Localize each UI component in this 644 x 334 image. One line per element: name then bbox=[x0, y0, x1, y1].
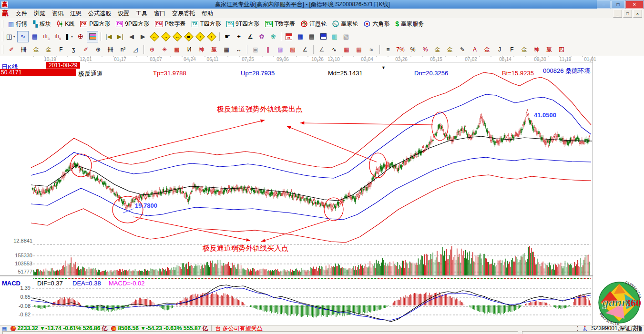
toolbar-button-赢家轮[interactable]: Big赢家轮 bbox=[329, 19, 361, 29]
save-icon[interactable] bbox=[318, 31, 328, 42]
bars-9-icon[interactable]: ılı9 bbox=[52, 31, 63, 42]
menu-item-设置[interactable]: 设置 bbox=[114, 9, 133, 19]
angle-tool-icon[interactable]: ∡ bbox=[245, 31, 256, 42]
toolbar-button-K线[interactable]: K线 bbox=[54, 19, 77, 29]
draw-tool-42[interactable]: J bbox=[495, 45, 504, 54]
draw-tool-8[interactable]: 卌 bbox=[106, 45, 115, 54]
draw-tool-16[interactable]: 神 bbox=[197, 45, 206, 54]
period-selector-icon[interactable]: ◫▼ bbox=[6, 31, 16, 42]
draw-tool-33[interactable]: ≡ bbox=[383, 45, 393, 54]
menu-item-交易委托[interactable]: 交易委托 bbox=[169, 9, 198, 19]
shrink-h-icon[interactable]: ⇄ bbox=[184, 31, 194, 42]
draw-tool-12[interactable]: ⊕ bbox=[147, 45, 157, 54]
bars-3-icon[interactable]: ılı3 bbox=[41, 31, 51, 42]
draw-tool-38[interactable]: 金 bbox=[445, 45, 455, 54]
draw-tool-9[interactable]: n² bbox=[118, 45, 128, 54]
purple-flower-icon[interactable]: ✿ bbox=[256, 31, 267, 42]
teal-flower-icon[interactable]: ❀ bbox=[268, 31, 278, 42]
draw-tool-28[interactable]: ∿ bbox=[329, 45, 339, 54]
quote-grid-icon[interactable]: ▦ bbox=[2, 325, 7, 332]
draw-tool-6[interactable]: ✐ bbox=[81, 45, 91, 54]
menu-item-公式选股[interactable]: 公式选股 bbox=[85, 9, 114, 19]
draw-tool-1[interactable]: 卌 bbox=[19, 45, 29, 54]
toolbar-button-板块[interactable]: ▚板块 bbox=[30, 19, 54, 29]
draw-tool-24[interactable]: ▧ bbox=[288, 45, 297, 54]
draw-tool-5[interactable]: ʒ bbox=[69, 45, 78, 54]
mdi-minimize-button[interactable]: _ bbox=[613, 10, 622, 18]
notes-icon[interactable]: ▤ bbox=[307, 31, 317, 42]
toolbar-grip[interactable] bbox=[1, 31, 3, 41]
close-button[interactable]: × bbox=[625, 0, 644, 9]
draw-tool-29[interactable]: ▦ bbox=[342, 45, 351, 54]
trend-chart-icon[interactable]: ∿ bbox=[17, 31, 29, 42]
calendar-icon[interactable]: 21 bbox=[284, 31, 294, 42]
toolbar-button-T四方形[interactable]: T8T四方形 bbox=[189, 19, 224, 29]
draw-tool-30[interactable]: ▦ bbox=[354, 45, 364, 54]
draw-tool-27[interactable]: ∠ bbox=[317, 45, 327, 54]
draw-tool-21[interactable]: ▣ bbox=[251, 45, 260, 54]
menu-item-江恩[interactable]: 江恩 bbox=[67, 9, 85, 19]
last-page-icon[interactable]: ▶| bbox=[115, 31, 125, 42]
draw-tool-36[interactable]: % bbox=[420, 45, 430, 54]
draw-tool-17[interactable]: 赢 bbox=[209, 45, 219, 54]
draw-tool-14[interactable]: ▩ bbox=[172, 45, 182, 54]
draw-tool-37[interactable]: 金 bbox=[433, 45, 442, 54]
hand-tool-icon[interactable]: ☛ bbox=[222, 31, 233, 42]
menu-item-浏览[interactable]: 浏览 bbox=[31, 9, 49, 19]
toolbar-button-江恩轮[interactable]: 江恩轮 bbox=[298, 19, 329, 29]
restore-button[interactable]: □ bbox=[611, 0, 625, 9]
draw-tool-44[interactable]: 金 bbox=[520, 45, 529, 54]
candle-type-icon[interactable]: ❚▼ bbox=[64, 31, 74, 42]
expand-v-icon[interactable]: ↕ bbox=[195, 31, 205, 42]
crosshair-icon[interactable]: + bbox=[234, 31, 244, 42]
draw-tool-10[interactable]: ◿ bbox=[131, 45, 140, 54]
sh-index-cell[interactable]: 沪 2233.32 ▼-13.74 -0.61% 526.86亿 bbox=[9, 325, 109, 331]
menu-item-帮助[interactable]: 帮助 bbox=[198, 9, 216, 19]
draw-tool-13[interactable]: ✳ bbox=[160, 45, 169, 54]
draw-tool-7[interactable]: ⊕ bbox=[93, 45, 103, 54]
draw-tool-31[interactable]: ≈ bbox=[367, 45, 376, 54]
draw-tool-41[interactable]: 金 bbox=[482, 45, 492, 54]
shift-right-icon[interactable]: → bbox=[161, 31, 171, 42]
toolbar-grip[interactable] bbox=[1, 20, 3, 28]
menu-item-文件[interactable]: 文件 bbox=[12, 9, 31, 19]
draw-tool-0[interactable]: ✐ bbox=[7, 45, 16, 54]
current-index-name[interactable]: SZ399001,深证成指 bbox=[589, 325, 644, 331]
draw-tool-4[interactable]: F bbox=[56, 45, 66, 54]
quote-board-icon[interactable]: ▤ bbox=[30, 31, 40, 42]
pattern-tool-icon[interactable]: ✠ bbox=[75, 31, 86, 42]
draw-tool-39[interactable]: ✎ bbox=[458, 45, 467, 54]
symbol-label[interactable]: 000826 桑德环境 bbox=[504, 67, 590, 75]
toolbar-button-9T四方形[interactable]: T99T四方形 bbox=[224, 19, 262, 29]
computer-icon[interactable]: ▧ bbox=[341, 31, 351, 42]
draw-tool-46[interactable]: 赢 bbox=[544, 45, 554, 54]
draw-tool-40[interactable]: A bbox=[470, 45, 480, 54]
toolbar-button-9P四方形[interactable]: P99P四方形 bbox=[113, 19, 152, 29]
draw-tool-2[interactable]: 金 bbox=[31, 45, 41, 54]
color-histogram-icon[interactable] bbox=[87, 31, 98, 42]
draw-tool-47[interactable]: 四 bbox=[557, 45, 566, 54]
next-icon[interactable]: ▶ bbox=[138, 31, 148, 42]
save-web-icon[interactable]: ▥ bbox=[329, 31, 340, 42]
sz-index-cell[interactable]: 深 8506.56 ▼-54.23 -0.63% 555.87亿 bbox=[109, 325, 210, 331]
expand-h-icon[interactable]: ↔ bbox=[172, 31, 183, 42]
toolbar-grip[interactable] bbox=[1, 45, 3, 54]
draw-tool-15[interactable]: И bbox=[184, 45, 194, 54]
draw-tool-43[interactable]: F bbox=[507, 45, 517, 54]
indicator-name[interactable]: 极反通道 bbox=[78, 70, 103, 78]
toolbar-button-P四方形[interactable]: P8P四方形 bbox=[77, 19, 113, 29]
draw-tool-35[interactable]: % bbox=[408, 45, 418, 54]
toolbar-button-行情[interactable]: ▦行情 bbox=[5, 19, 30, 29]
menu-item-资讯[interactable]: 资讯 bbox=[49, 9, 67, 19]
toolbar-button-赢家服务[interactable]: $赢家服务 bbox=[392, 19, 427, 29]
menu-item-工具[interactable]: 工具 bbox=[133, 9, 151, 19]
mdi-restore-button[interactable]: □ bbox=[623, 10, 632, 18]
toolbar-button-P数字表[interactable]: PNP数字表 bbox=[152, 19, 189, 29]
spinner-control[interactable]: ▲▼ bbox=[574, 325, 581, 331]
calculator-icon[interactable]: ▦ bbox=[295, 31, 306, 42]
toolbar-button-六角形[interactable]: 六角形 bbox=[361, 19, 392, 29]
shift-left-icon[interactable]: ← bbox=[149, 31, 160, 42]
draw-tool-25[interactable]: ∠ bbox=[300, 45, 310, 54]
draw-tool-3[interactable]: 金 bbox=[44, 45, 53, 54]
draw-tool-19[interactable]: ↔ bbox=[234, 45, 244, 54]
